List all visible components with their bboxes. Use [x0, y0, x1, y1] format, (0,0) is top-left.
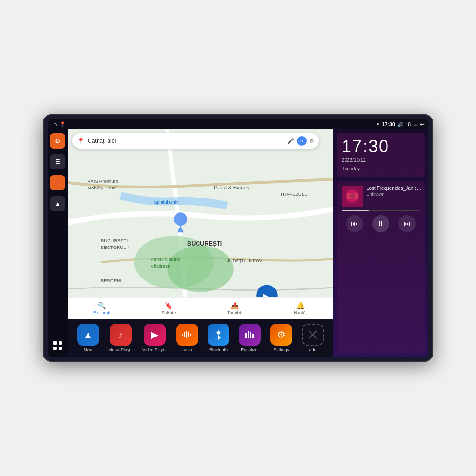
bluetooth-icon: [208, 324, 229, 346]
explore-icon: 🔍: [98, 302, 106, 309]
home-icon[interactable]: ⌂: [53, 121, 57, 128]
clock-day-text: Tuesday: [342, 166, 420, 172]
volume-icon: 🔊: [397, 122, 403, 127]
radio-icon: [176, 324, 198, 346]
svg-text:BERCENI: BERCENI: [101, 278, 121, 283]
map-nav-saved[interactable]: 🔖 Salvate: [161, 302, 176, 315]
clock-time-display: 17:30: [342, 138, 420, 155]
app-radio[interactable]: radio: [176, 324, 198, 352]
svg-rect-30: [250, 332, 251, 338]
svg-rect-3: [59, 347, 62, 350]
play-pause-button[interactable]: ⏸: [372, 215, 389, 232]
microphone-icon[interactable]: 🎤: [288, 138, 294, 144]
next-track-button[interactable]: ⏭: [398, 215, 416, 232]
map-status-icon[interactable]: 📍: [60, 121, 66, 128]
music-progress-bar-container[interactable]: [342, 210, 420, 211]
settings-gear-symbol: ⚙: [277, 329, 286, 340]
svg-text:BUCUREȘTI: BUCUREȘTI: [101, 238, 128, 243]
equalizer-label: Equalizer: [241, 347, 259, 352]
svg-rect-1: [59, 341, 62, 345]
sidebar-settings-button[interactable]: ⚙: [50, 133, 65, 149]
google-maps-pin-icon: 📍: [77, 138, 85, 145]
app-add[interactable]: add: [302, 324, 324, 352]
add-label: add: [309, 347, 316, 352]
grid-icon: [53, 341, 62, 350]
music-player-icon: ♪: [110, 324, 132, 346]
settings-dots-icon[interactable]: ⚙: [309, 138, 314, 144]
svg-text:Parcul Natural: Parcul Natural: [150, 257, 180, 262]
svg-rect-0: [53, 341, 57, 345]
search-input-text[interactable]: Căutați aici: [88, 138, 285, 144]
share-icon: 📤: [231, 302, 239, 309]
svg-text:Mobility - Sud: Mobility - Sud: [88, 185, 116, 190]
music-controls: ⏮ ⏸ ⏭: [342, 215, 420, 232]
svg-rect-25: [186, 331, 187, 338]
status-bar: ⌂ 📍 ▾ 17:30 🔊 18 ▭ ↩: [48, 119, 428, 129]
profile-initial: U: [300, 139, 303, 143]
app-music-player[interactable]: ♪ Music Player: [109, 324, 133, 352]
right-panel: 17:30 2023/12/12 Tuesday: [333, 129, 428, 357]
play-pause-icon: ⏸: [377, 219, 385, 228]
svg-point-6: [167, 246, 234, 292]
equalizer-icon: [239, 324, 261, 346]
app-navi[interactable]: ▲ Navi: [77, 324, 99, 352]
sidebar-files-button[interactable]: ☰: [50, 154, 65, 169]
app-settings[interactable]: ⚙ Settings: [270, 324, 292, 352]
map-nav-share[interactable]: 📤 Trimiteți: [228, 302, 243, 315]
main-area: ⚙ ☰ 📍 ▲: [48, 129, 428, 357]
svg-text:Văcărești: Văcărești: [150, 263, 170, 268]
news-label: Noutăți: [294, 310, 307, 315]
music-meta: Lost Frequencies_Janie... Unknown: [367, 186, 421, 197]
svg-text:Pizza & Bakery: Pizza & Bakery: [214, 185, 250, 190]
profile-avatar[interactable]: U: [297, 136, 307, 146]
add-icon: [302, 324, 324, 346]
map-bottom-nav: 🔍 Explorați 🔖 Salvate 📤 Trimiteți �: [68, 298, 333, 319]
prev-icon: ⏮: [351, 219, 358, 228]
svg-rect-2: [53, 347, 57, 350]
svg-text:Splaiul Unirii: Splaiul Unirii: [154, 199, 179, 205]
svg-text:AXIS Premium: AXIS Premium: [88, 178, 118, 184]
map-search-bar[interactable]: 📍 Căutați aici 🎤 U ⚙: [72, 133, 319, 149]
explore-label: Explorați: [93, 310, 110, 315]
battery-icon: ▭: [413, 122, 417, 127]
equalizer-symbol: [244, 329, 256, 340]
add-symbol: [307, 329, 318, 340]
music-title-text: Lost Frequencies_Janie...: [367, 186, 421, 191]
settings-icon: ⚙: [270, 324, 292, 346]
music-player-label: Music Player: [109, 347, 133, 352]
navi-symbol: ▲: [83, 329, 93, 340]
saved-icon: 🔖: [165, 302, 173, 309]
map-widget[interactable]: BUCUREȘTI JUDEȚUL ILFOV BERCENI BUCUREȘT…: [68, 129, 333, 319]
time-display: 17:30: [382, 121, 395, 127]
map-nav-news[interactable]: 🔔 Noutăți: [294, 302, 307, 315]
wifi-signal-icon: ▾: [377, 122, 379, 127]
left-sidebar: ⚙ ☰ 📍 ▲: [48, 129, 68, 357]
news-icon: 🔔: [297, 302, 305, 309]
files-icon: ☰: [55, 159, 60, 165]
svg-rect-24: [184, 332, 185, 337]
svg-text:JUDEȚUL ILFOV: JUDEȚUL ILFOV: [227, 258, 263, 263]
saved-label: Salvate: [161, 310, 176, 315]
video-player-label: Video Player: [142, 347, 167, 352]
prev-track-button[interactable]: ⏮: [346, 215, 363, 232]
map-nav-explore[interactable]: 🔍 Explorați: [93, 302, 110, 315]
bluetooth-symbol: [213, 329, 224, 340]
battery-level: 18: [406, 122, 411, 127]
next-icon: ⏭: [403, 219, 411, 228]
svg-rect-29: [248, 331, 249, 338]
svg-rect-28: [245, 333, 247, 338]
svg-rect-31: [252, 334, 254, 338]
sidebar-nav-button[interactable]: ▲: [50, 196, 65, 211]
center-content: BUCUREȘTI JUDEȚUL ILFOV BERCENI BUCUREȘT…: [68, 129, 333, 357]
share-label: Trimiteți: [228, 310, 243, 315]
app-video-player[interactable]: ▶ Video Player: [142, 324, 167, 352]
svg-rect-23: [182, 334, 183, 336]
sidebar-map-button[interactable]: 📍: [50, 175, 65, 190]
back-icon[interactable]: ↩: [420, 121, 425, 128]
settings-label: Settings: [274, 347, 289, 352]
map-pin-icon: 📍: [54, 179, 61, 186]
app-bluetooth[interactable]: Bluetooth: [208, 324, 229, 352]
sidebar-grid-button[interactable]: [50, 338, 65, 353]
app-equalizer[interactable]: Equalizer: [239, 324, 261, 352]
music-info-area: Lost Frequencies_Janie... Unknown: [342, 186, 420, 207]
